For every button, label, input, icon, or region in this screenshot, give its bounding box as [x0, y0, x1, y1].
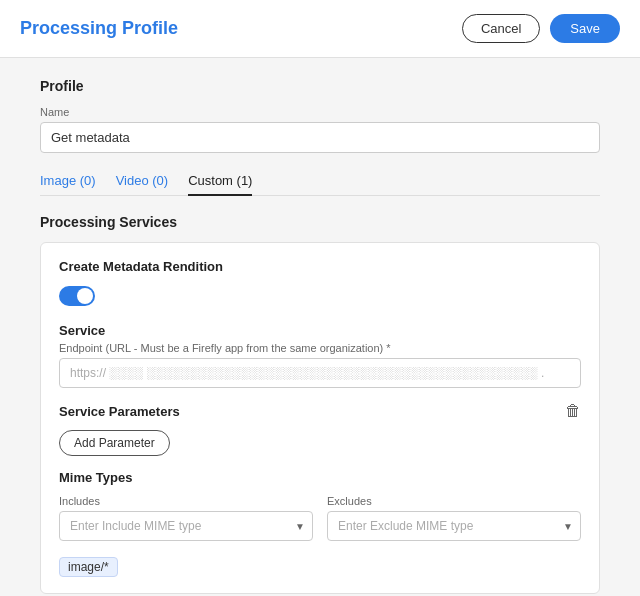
excludes-col: Excludes Enter Exclude MIME type ▼ — [327, 495, 581, 541]
tab-custom[interactable]: Custom (1) — [188, 167, 252, 196]
excludes-label: Excludes — [327, 495, 581, 507]
delete-service-icon[interactable]: 🗑 — [565, 402, 581, 420]
includes-select-wrapper: Enter Include MIME type ▼ — [59, 511, 313, 541]
service-title: Service — [59, 323, 581, 338]
tab-video[interactable]: Video (0) — [116, 167, 169, 196]
tab-image[interactable]: Image (0) — [40, 167, 96, 196]
tabs-bar: Image (0) Video (0) Custom (1) — [40, 167, 600, 196]
mime-types-title: Mime Types — [59, 470, 581, 485]
name-label: Name — [40, 106, 600, 118]
name-input[interactable] — [40, 122, 600, 153]
header-actions: Cancel Save — [462, 14, 620, 43]
cancel-button[interactable]: Cancel — [462, 14, 540, 43]
mime-tag-image[interactable]: image/* — [59, 557, 118, 577]
profile-section-title: Profile — [40, 78, 600, 94]
toggle-wrapper — [59, 286, 581, 309]
page-title: Processing Profile — [20, 18, 178, 39]
includes-select[interactable]: Enter Include MIME type — [59, 511, 313, 541]
endpoint-label: Endpoint (URL - Must be a Firefly app fr… — [59, 342, 581, 354]
endpoint-input[interactable] — [59, 358, 581, 388]
save-button[interactable]: Save — [550, 14, 620, 43]
processing-service-card: Create Metadata Rendition Service Endpoi… — [40, 242, 600, 594]
service-params-title: Service Parameters — [59, 404, 180, 419]
processing-services-title: Processing Services — [40, 214, 600, 230]
service-params-header: Service Parameters 🗑 — [59, 402, 581, 420]
main-content: Profile Name Image (0) Video (0) Custom … — [0, 58, 640, 596]
includes-label: Includes — [59, 495, 313, 507]
mime-row: Includes Enter Include MIME type ▼ Exclu… — [59, 495, 581, 541]
page-header: Processing Profile Cancel Save — [0, 0, 640, 58]
add-parameter-button[interactable]: Add Parameter — [59, 430, 170, 456]
excludes-select-wrapper: Enter Exclude MIME type ▼ — [327, 511, 581, 541]
name-form-group: Name — [40, 106, 600, 153]
create-metadata-toggle[interactable] — [59, 286, 95, 306]
excludes-select[interactable]: Enter Exclude MIME type — [327, 511, 581, 541]
includes-col: Includes Enter Include MIME type ▼ — [59, 495, 313, 541]
card-title: Create Metadata Rendition — [59, 259, 581, 274]
